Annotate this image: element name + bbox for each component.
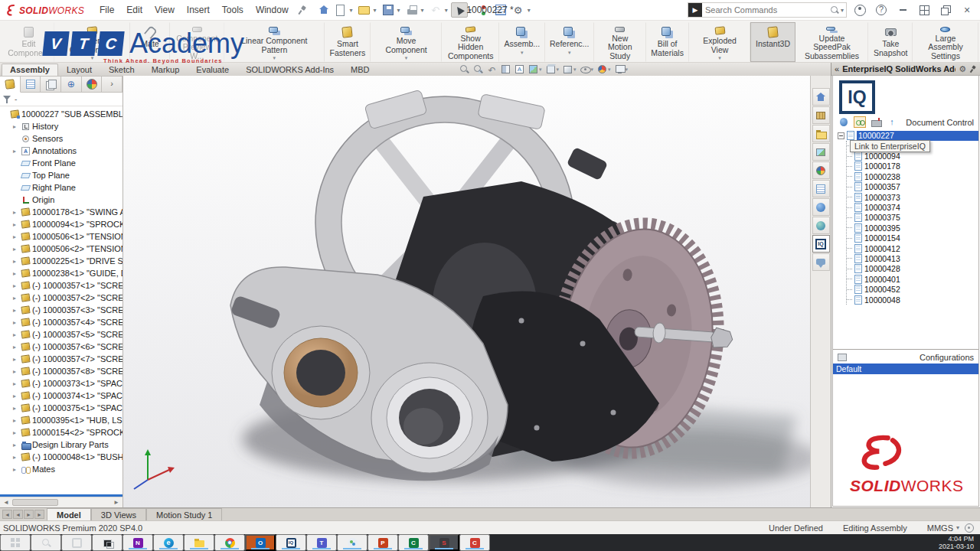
feature-manager-tab[interactable] (82, 76, 103, 93)
feature-manager-tab[interactable] (0, 76, 21, 93)
document-item[interactable]: 10000395 (847, 223, 978, 233)
document-item[interactable]: 10000401 (847, 274, 978, 284)
tree-item[interactable]: ▸ (-) 10000048<1> "BUSHING (0, 451, 122, 463)
ribbon-button[interactable]: Bill of Materials ▾ (646, 22, 689, 62)
command-tab[interactable]: Assembly (2, 64, 58, 76)
document-tab[interactable]: 3D Views (91, 508, 146, 520)
print-icon[interactable] (403, 2, 420, 18)
expand-arrow-icon[interactable]: ▸ (13, 246, 19, 253)
tree-item[interactable]: ▸ 10000225<1> "DRIVE SPRO (0, 255, 122, 267)
headsup-tool-button[interactable] (528, 64, 542, 74)
status-tag-icon[interactable] (965, 523, 974, 533)
taskbar-app-button[interactable] (337, 534, 368, 551)
search-input[interactable] (702, 5, 830, 15)
headsup-tool-button[interactable] (615, 64, 629, 74)
tree-item[interactable]: ▸ 10000154<2> "SPROCKET (0, 426, 122, 439)
feature-manager-tab[interactable] (21, 76, 41, 93)
expand-arrow-icon[interactable]: ▸ (13, 148, 19, 155)
system-clock[interactable]: 4:04 PM 2021-03-10 (939, 534, 980, 551)
command-tab[interactable]: Layout (58, 64, 100, 76)
save-icon[interactable] (380, 2, 397, 18)
scroll-left-icon[interactable]: ◄ (2, 499, 11, 506)
expand-arrow-icon[interactable]: ▸ (13, 221, 19, 228)
tree-filter[interactable]: - (0, 93, 122, 106)
scroll-last-icon[interactable]: ► (34, 510, 44, 519)
ribbon-button[interactable]: Update SpeedPak Subassemblies ▾ (795, 22, 869, 62)
tree-item[interactable]: ▸ 10000395<1> "HUB, LS DR (0, 414, 122, 426)
expand-arrow-icon[interactable]: ▸ (13, 393, 19, 399)
menu-item[interactable]: View (149, 2, 181, 18)
headsup-tool-button[interactable] (563, 64, 577, 74)
menu-item[interactable]: Edit (120, 2, 149, 18)
expand-arrow-icon[interactable]: ▸ (13, 405, 19, 412)
headsup-tool-button[interactable] (597, 64, 611, 74)
taskbar-app-button[interactable] (276, 534, 306, 551)
expand-arrow-icon[interactable]: ▸ (13, 344, 19, 350)
headsup-tool-button[interactable] (501, 64, 511, 74)
menu-item[interactable]: Insert (181, 2, 216, 18)
document-item[interactable]: 10000154 (847, 233, 978, 243)
document-root-row[interactable]: 10000227 (838, 130, 978, 141)
document-tab[interactable]: Motion Study 1 (146, 508, 222, 520)
expand-arrow-icon[interactable]: ▸ (13, 417, 19, 424)
taskbar-app-button[interactable] (0, 534, 31, 551)
help-icon[interactable]: ? (873, 2, 890, 18)
expand-arrow-icon[interactable]: ▸ (13, 295, 19, 302)
expand-arrow-icon[interactable]: ▸ (13, 442, 19, 448)
tree-item[interactable]: ▸ Front Plane (0, 157, 122, 169)
ribbon-button[interactable]: Exploded View ▾ (689, 22, 751, 62)
document-item[interactable]: 10000412 (847, 243, 978, 253)
headsup-tool-button[interactable] (580, 64, 594, 74)
task-pane-button[interactable] (812, 217, 830, 234)
collapse-chevrons-icon[interactable]: « (835, 64, 839, 73)
command-tab[interactable]: Sketch (100, 64, 143, 76)
scroll-left-icon[interactable]: ◄ (13, 510, 23, 519)
document-item[interactable]: 10000238 (847, 171, 978, 181)
menu-item[interactable]: File (93, 2, 120, 18)
feature-manager-tab[interactable] (61, 76, 82, 93)
taskbar-app-button[interactable] (214, 534, 245, 551)
caret-icon[interactable]: ▾ (841, 7, 844, 14)
document-item[interactable]: 10000178 (847, 161, 978, 171)
fullscreen-button[interactable] (916, 2, 933, 18)
mailbox-icon[interactable] (870, 116, 882, 128)
scroll-first-icon[interactable]: ◄ (2, 510, 12, 519)
expand-arrow-icon[interactable]: ▸ (13, 319, 19, 326)
ribbon-button[interactable]: Large Assembly Settings ▾ (913, 22, 978, 62)
panel-gear-icon[interactable]: ⚙ (959, 64, 966, 74)
menu-item[interactable]: Window (250, 2, 295, 18)
tree-item[interactable]: ▸ (-) 10000357<4> "SCREW, (0, 316, 122, 328)
taskbar-app-button[interactable] (31, 534, 61, 551)
expand-arrow-icon[interactable]: ▸ (13, 429, 19, 436)
tree-item[interactable]: ▸ (-) 10000375<1> "SPACER, (0, 402, 122, 414)
task-pane-button[interactable] (812, 106, 830, 124)
tree-item[interactable]: ▸ 10000506<2> "TENSIONER (0, 243, 122, 255)
properties-sheet-icon[interactable] (492, 2, 509, 18)
command-tab[interactable]: SOLIDWORKS Add-Ins (237, 64, 342, 76)
tree-item[interactable]: ▸ (-) 10000357<1> "SCREW, (0, 279, 122, 292)
headsup-tool-button[interactable] (487, 64, 497, 74)
tree-item[interactable]: ▸ 10000506<1> "TENSIONER (0, 230, 122, 243)
expand-arrow-icon[interactable]: ▸ (13, 380, 19, 387)
open-icon[interactable] (356, 2, 373, 18)
taskbar-app-button[interactable] (368, 534, 398, 551)
tree-item[interactable]: ▸ (-) 10000373<1> "SPACER, (0, 377, 122, 390)
document-item[interactable]: 10000413 (847, 253, 978, 263)
document-item[interactable]: 10000373 (847, 192, 978, 202)
taskbar-app-button[interactable] (153, 534, 184, 551)
taskbar-app-button[interactable] (245, 534, 276, 551)
taskbar-app-button[interactable] (306, 534, 337, 551)
tree-item[interactable]: ▸ History (0, 120, 122, 132)
ribbon-button[interactable]: Move Component ▾ (371, 22, 443, 62)
task-pane-button[interactable] (812, 253, 830, 271)
ribbon-button[interactable]: Smart Fasteners ▾ (325, 22, 371, 62)
taskbar-app-button[interactable] (92, 534, 122, 551)
document-item[interactable]: 10000048 (847, 295, 978, 305)
scroll-right-icon[interactable]: ► (24, 510, 34, 519)
tree-item[interactable]: ▸ (-) 10000357<6> "SCREW, (0, 341, 122, 353)
tree-item[interactable]: ▸ Sensors (0, 132, 122, 145)
options-gear-icon[interactable]: ⚙ (510, 2, 527, 18)
tree-item[interactable]: ▸ Design Library Parts (0, 439, 122, 451)
document-item[interactable]: 10000428 (847, 264, 978, 274)
document-item[interactable]: 10000375 (847, 213, 978, 223)
